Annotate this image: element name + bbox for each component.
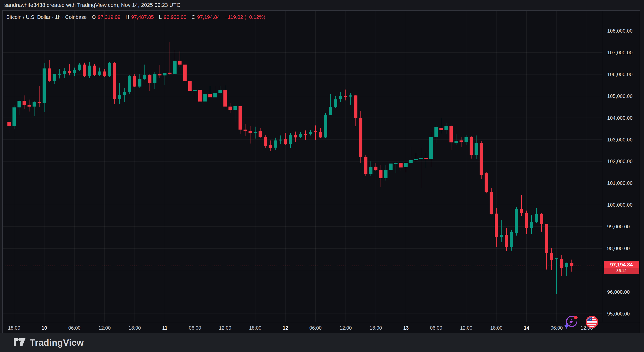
ohlc-low: L96,936.00	[159, 14, 186, 20]
candle	[123, 88, 126, 102]
candle	[259, 128, 262, 138]
candle	[570, 260, 574, 272]
chart-canvas[interactable]	[3, 11, 602, 322]
candle	[500, 220, 503, 242]
symbol-legend[interactable]: Bitcoin / U.S. Dollar · 1h · Coinbase O9…	[6, 14, 265, 20]
candle	[289, 133, 292, 148]
candle	[53, 74, 56, 84]
time-axis[interactable]: 18:001006:0012:0018:001106:0012:0018:001…	[3, 322, 640, 333]
candle	[108, 62, 111, 77]
time-axis-label: 12:00	[460, 325, 472, 331]
candle	[444, 123, 448, 134]
candle	[248, 126, 252, 144]
candle	[204, 91, 207, 102]
candle	[128, 75, 131, 94]
candle	[63, 68, 66, 78]
candle	[530, 215, 533, 234]
time-axis-label: 18:00	[490, 325, 502, 331]
current-price-label: 97,194.84 36:12	[604, 261, 639, 274]
price-axis-label: 106,000.00	[607, 71, 633, 77]
candle	[178, 51, 182, 67]
candle	[22, 95, 26, 109]
candle	[143, 65, 146, 80]
candle	[334, 96, 337, 108]
candle	[525, 211, 528, 234]
time-axis-label: 18:00	[370, 325, 382, 331]
candle	[314, 125, 317, 140]
candle	[460, 137, 463, 147]
candle	[254, 127, 257, 138]
candle	[384, 165, 388, 181]
candle	[234, 104, 237, 122]
candle	[440, 118, 443, 134]
chart-panel: Bitcoin / U.S. Dollar · 1h · Coinbase O9…	[2, 10, 640, 333]
candle	[269, 140, 272, 151]
candle	[309, 130, 312, 136]
time-axis-label: 13	[403, 325, 408, 331]
candle	[550, 248, 553, 270]
price-axis-label: 103,000.00	[607, 137, 633, 142]
candle	[540, 214, 543, 232]
time-axis-label: 18:00	[128, 325, 141, 331]
ohlc-open: O97,319.09	[92, 14, 120, 20]
candle	[505, 228, 508, 251]
candle	[369, 161, 372, 176]
ohlc-high: H97,487.85	[126, 14, 154, 20]
ohlc-close: C97,194.84	[192, 14, 220, 20]
tradingview-logo[interactable]: TradingView	[13, 337, 84, 348]
candle	[394, 162, 398, 173]
tradingview-logo-icon	[13, 337, 26, 348]
candle	[18, 100, 21, 115]
candle	[113, 62, 116, 104]
time-axis-label: 18:00	[8, 325, 20, 331]
candle	[565, 263, 568, 276]
price-axis-label: 95,000.00	[607, 311, 630, 316]
candle	[38, 86, 41, 107]
candle	[28, 99, 31, 111]
candle	[198, 89, 202, 103]
us-flag-icon[interactable]	[585, 315, 598, 329]
time-axis-label: 12:00	[340, 325, 352, 331]
candle	[464, 135, 468, 145]
candle	[454, 134, 458, 145]
price-axis-label: 107,000.00	[607, 50, 633, 55]
symbol-title: Bitcoin / U.S. Dollar · 1h · Coinbase	[6, 14, 86, 20]
candle	[218, 86, 222, 94]
candle	[379, 165, 382, 187]
price-axis-label: 105,000.00	[607, 93, 633, 99]
price-axis-label: 98,000.00	[607, 246, 630, 251]
candle	[299, 132, 302, 138]
candle	[173, 50, 176, 75]
candle	[48, 60, 51, 82]
tradingview-snapshot: { "header": { "attribution": "sandrawhit…	[0, 0, 644, 352]
price-axis-label: 104,000.00	[607, 115, 633, 121]
price-axis-label: 102,000.00	[607, 158, 633, 164]
candle	[450, 125, 453, 150]
candle	[153, 72, 156, 89]
candle	[364, 155, 368, 175]
candle	[32, 101, 36, 116]
candle	[490, 188, 493, 215]
candle	[193, 89, 196, 99]
price-axis[interactable]: 108,000.00107,000.00106,000.00105,000.00…	[603, 11, 640, 322]
candle	[78, 63, 81, 71]
candle	[238, 106, 242, 134]
candle	[279, 135, 282, 144]
time-axis-label: 10	[42, 325, 47, 331]
candle	[319, 128, 322, 138]
candle	[409, 147, 412, 163]
candle	[103, 69, 106, 77]
time-axis-label: 12:00	[98, 325, 111, 331]
candle	[244, 124, 247, 136]
candle	[520, 195, 523, 216]
candle	[228, 103, 232, 113]
candle	[510, 230, 513, 251]
flash-circle-icon[interactable]	[563, 314, 578, 330]
price-axis-label: 96,000.00	[607, 289, 630, 295]
candle	[98, 68, 101, 76]
candle	[208, 86, 212, 98]
badge-icons	[563, 314, 598, 330]
candle	[133, 74, 136, 87]
time-axis-label: 12:00	[219, 325, 231, 331]
candle	[374, 163, 378, 171]
